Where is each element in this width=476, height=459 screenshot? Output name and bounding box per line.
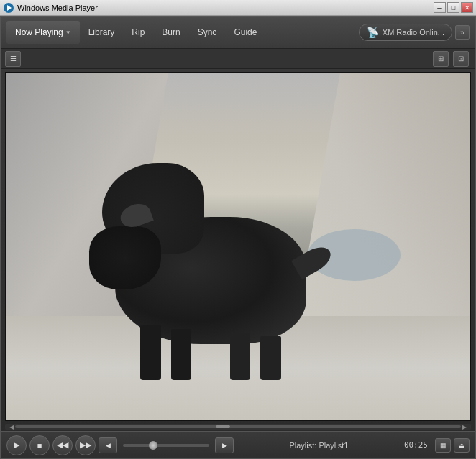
nav-rip[interactable]: Rip [123,21,153,44]
nav-now-playing-arrow: ▼ [65,29,71,36]
more-nav-button[interactable]: » [455,25,470,40]
eject-button[interactable]: ⏏ [454,438,470,453]
xm-radio-label: XM Radio Onlin... [383,28,444,37]
scrollbar-right-arrow[interactable]: ▶ [461,424,468,430]
toolbar-view-button1[interactable]: ⊞ [433,51,449,67]
play-pause-icon: ▶ [14,440,19,450]
close-button[interactable]: ✕ [461,2,473,13]
nav-rip-label: Rip [132,27,145,37]
stop-button[interactable]: ■ [29,435,50,455]
toolbar-view-icon2: ⊡ [458,55,464,62]
nav-sync-label: Sync [198,27,217,37]
seek-thumb[interactable] [149,441,157,450]
bison-leg1 [140,325,160,380]
toolbar: ☰ ⊞ ⊡ [1,49,475,69]
nav-bar: Now Playing ▼ Library Rip Burn Sync Guid… [1,17,475,49]
bison-leg4 [260,336,280,379]
nav-now-playing-label: Now Playing [15,27,63,37]
scrollbar-thumb[interactable] [216,425,230,428]
toolbar-view-button2[interactable]: ⊡ [453,51,469,67]
rwd-button[interactable]: ◀ [99,437,117,453]
bison-head [89,226,160,289]
prev-icon: ◀◀ [57,440,68,450]
scrollbar-track[interactable] [15,425,461,428]
next-button[interactable]: ▶▶ [75,435,96,455]
eject-icon: ⏏ [459,442,465,449]
video-content [6,73,470,420]
toolbar-menu-icon: ☰ [10,55,17,62]
app-icon [3,2,14,14]
time-display: 00:25 [404,440,428,450]
scrollbar-left-arrow[interactable]: ◀ [8,424,15,430]
toolbar-view-icon1: ⊞ [438,55,444,62]
nav-now-playing[interactable]: Now Playing ▼ [6,21,80,44]
bison-leg3 [230,333,250,379]
play-pause-button[interactable]: ▶ [6,435,27,455]
seek-track[interactable] [123,444,209,447]
maximize-button[interactable]: □ [447,2,459,13]
bison-leg2 [171,329,191,379]
nav-guide[interactable]: Guide [225,21,265,44]
minimize-button[interactable]: ─ [434,2,446,13]
app-title: Windows Media Player [17,4,434,12]
main-window: Now Playing ▼ Library Rip Burn Sync Guid… [0,16,476,459]
controls-bar: ▶ ■ ◀◀ ▶▶ ◀ ▶ Playlist: Playlist1 00:25 … [1,431,475,458]
nav-sync[interactable]: Sync [189,21,226,44]
nav-guide-label: Guide [234,27,257,37]
nav-burn-label: Burn [162,27,180,37]
fwd-icon: ▶ [222,442,227,449]
xm-radio-icon: 📡 [367,27,379,38]
bison-figure [89,163,344,344]
nav-burn[interactable]: Burn [153,21,188,44]
stop-icon: ■ [37,441,42,450]
fwd-button[interactable]: ▶ [215,437,234,453]
video-toggle-button[interactable]: ▦ [435,438,451,453]
nav-library[interactable]: Library [80,21,124,44]
rwd-icon: ◀ [106,442,111,449]
video-toggle-icon: ▦ [440,442,447,449]
title-bar: Windows Media Player ─ □ ✕ [0,0,476,16]
video-scrollbar[interactable]: ◀ ▶ [5,424,471,430]
toolbar-right: ⊞ ⊡ [433,51,471,67]
toolbar-menu-button[interactable]: ☰ [5,51,21,67]
xm-radio-button[interactable]: 📡 XM Radio Onlin... [359,24,452,41]
prev-button[interactable]: ◀◀ [52,435,73,455]
video-area[interactable] [5,72,471,421]
seek-bar[interactable] [123,440,209,450]
nav-library-label: Library [88,27,115,37]
window-controls: ─ □ ✕ [434,2,473,13]
next-icon: ▶▶ [80,440,91,450]
playlist-info: Playlist: Playlist1 [237,441,401,450]
